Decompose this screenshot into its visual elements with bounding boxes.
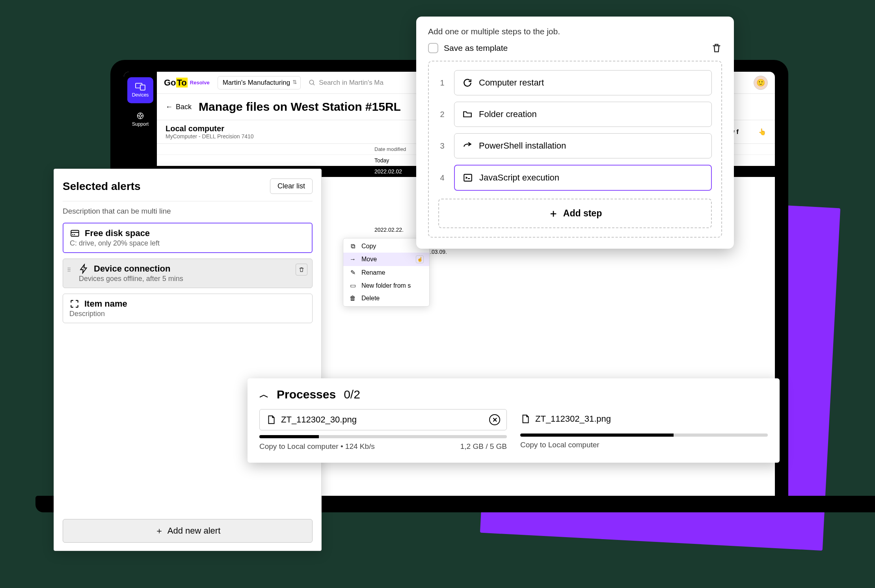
step-label: JavaScript execution — [479, 173, 559, 183]
copy-icon: ⧉ — [349, 243, 357, 250]
svg-rect-8 — [464, 174, 472, 181]
avatar[interactable]: 🙂 — [754, 76, 768, 90]
alerts-panel: Selected alerts Clear list Description t… — [54, 169, 322, 551]
process-card: ZT_112302_30.png ✕ Copy to Local compute… — [259, 409, 507, 451]
process-meta-left: Copy to Local computer • 124 Kb/s — [259, 442, 375, 451]
folder-icon: ▭ — [349, 282, 357, 289]
add-step-label: Add step — [563, 208, 602, 219]
progress-bar — [259, 435, 507, 438]
step-label: Computer restart — [479, 78, 544, 88]
svg-rect-1 — [140, 85, 145, 90]
ctx-newfolder[interactable]: ▭New folder from s — [343, 279, 429, 292]
svg-point-4 — [309, 80, 314, 84]
terminal-icon — [463, 173, 473, 183]
job-panel: Add one or multiple steps to the job. Sa… — [416, 17, 734, 249]
alert-title: Item name — [84, 299, 127, 309]
cursor-badge-icon: ☝ — [416, 255, 424, 263]
cancel-process-button[interactable]: ✕ — [489, 414, 500, 425]
trash-icon: 🗑 — [349, 295, 357, 302]
plus-icon: ＋ — [155, 525, 164, 537]
ctx-delete[interactable]: 🗑Delete — [343, 292, 429, 305]
add-step-button[interactable]: ＋ Add step — [438, 199, 712, 228]
step-number: 3 — [438, 141, 446, 151]
delete-job-button[interactable] — [711, 43, 722, 54]
clear-list-button[interactable]: Clear list — [270, 179, 313, 194]
processes-panel: ︿ Processes 0/2 ZT_112302_30.png ✕ Copy … — [248, 378, 780, 463]
placeholder-icon — [69, 299, 80, 309]
svg-point-7 — [74, 234, 75, 235]
trash-icon — [298, 266, 305, 273]
svg-rect-5 — [71, 230, 79, 236]
processes-title: Processes — [277, 388, 336, 401]
alert-sub: Devices goes offline, after 5 mins — [79, 275, 306, 283]
trash-icon — [711, 43, 722, 54]
process-meta-right: 1,2 GB / 5 GB — [460, 442, 507, 451]
pencil-icon: ✎ — [349, 269, 357, 276]
process-file: ZT_112302_30.png — [281, 415, 357, 425]
file-icon — [520, 414, 531, 424]
step-number: 1 — [438, 78, 446, 87]
logo: GoTo Resolve — [164, 78, 210, 88]
cursor-icon: 👆 — [758, 128, 766, 136]
step-label: PowerShell installation — [479, 141, 566, 151]
step-number: 2 — [438, 110, 446, 119]
alert-card-generic[interactable]: Item name Description — [63, 294, 313, 323]
svg-point-3 — [139, 115, 141, 117]
processes-count: 0/2 — [344, 388, 360, 401]
page-title: Manage files on West Station #15RL — [199, 100, 401, 114]
back-button[interactable]: ← Back — [166, 103, 192, 111]
step-3[interactable]: 3 PowerShell installation — [438, 133, 712, 158]
logo-text: GoTo — [164, 78, 188, 88]
drag-handle-icon[interactable]: ⠿ — [67, 267, 72, 273]
local-computer-title: Local computer — [166, 124, 254, 133]
process-card: ZT_112302_31.png Copy to Local computer — [520, 409, 768, 451]
search-placeholder: Search in Martin's Ma — [319, 79, 384, 87]
search-icon — [309, 79, 316, 86]
process-file: ZT_112302_31.png — [535, 414, 611, 424]
ctx-rename[interactable]: ✎Rename — [343, 266, 429, 279]
save-template-label: Save as template — [444, 43, 508, 53]
plus-icon: ＋ — [548, 207, 559, 220]
back-label: Back — [176, 103, 192, 111]
step-2[interactable]: 2 Folder creation — [438, 102, 712, 127]
delete-alert-button[interactable] — [296, 264, 307, 275]
tenant-selector[interactable]: Martin's Manufacturing — [218, 76, 301, 89]
bolt-icon — [79, 264, 89, 274]
step-4[interactable]: 4 JavaScript execution — [438, 165, 712, 191]
svg-point-6 — [72, 234, 73, 235]
nav-support[interactable]: Support — [127, 106, 153, 132]
alert-card-device[interactable]: ⠿ Device connection Devices goes offline… — [63, 259, 313, 288]
local-computer-sub: MyComputer - DELL Precision 7410 — [166, 133, 254, 140]
step-label: Folder creation — [479, 109, 537, 119]
folder-icon — [462, 109, 473, 119]
step-1[interactable]: 1 Computer restart — [438, 70, 712, 95]
back-arrow-icon: ← — [166, 103, 173, 111]
alert-card-disk[interactable]: Free disk space C: drive, only 20% space… — [63, 223, 313, 253]
steps-container: 1 Computer restart 2 Folder creation 3 P… — [428, 61, 722, 238]
context-menu: ⧉Copy →Move☝ ✎Rename ▭New folder from s … — [343, 238, 430, 307]
add-alert-label: Add new alert — [168, 526, 221, 536]
alert-sub: C: drive, only 20% space left — [70, 239, 305, 247]
add-alert-button[interactable]: ＋ Add new alert — [63, 519, 313, 543]
step-number: 4 — [438, 173, 446, 182]
ctx-move[interactable]: →Move☝ — [343, 253, 429, 266]
alert-sub: Description — [69, 310, 306, 318]
alert-title: Device connection — [94, 264, 170, 274]
logo-product: Resolve — [190, 80, 210, 86]
nav-devices-label: Devices — [132, 92, 149, 98]
arrow-right-icon — [462, 141, 473, 151]
alert-title: Free disk space — [85, 228, 150, 238]
file-icon — [266, 415, 276, 425]
job-intro: Add one or multiple steps to the job. — [428, 27, 722, 36]
support-icon — [135, 112, 145, 120]
move-icon: → — [349, 256, 357, 263]
save-template-checkbox[interactable] — [428, 43, 438, 53]
chevron-up-icon[interactable]: ︿ — [259, 388, 269, 401]
disk-icon — [70, 228, 80, 238]
nav-support-label: Support — [132, 121, 149, 127]
devices-icon — [135, 83, 145, 91]
nav-devices[interactable]: Devices — [127, 77, 153, 103]
process-meta-left: Copy to Local computer — [520, 441, 599, 449]
col-modified: Date modified — [374, 146, 418, 152]
restart-icon — [462, 78, 473, 88]
